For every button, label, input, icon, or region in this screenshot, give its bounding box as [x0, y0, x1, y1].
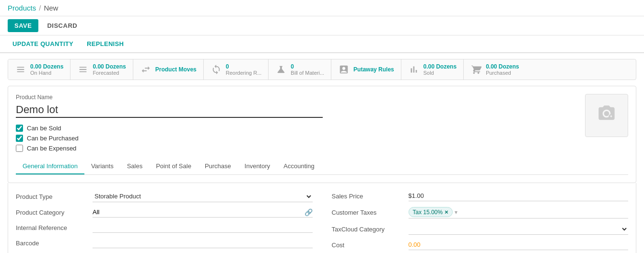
product-moves-icon — [140, 64, 152, 75]
stat-sold[interactable]: 0.00 Dozens Sold — [401, 59, 464, 80]
smart-buttons-bar: UPDATE QUANTITY REPLENISH — [0, 35, 644, 53]
sales-price-label: Sales Price — [332, 193, 404, 200]
product-name-input[interactable] — [16, 103, 323, 118]
reordering-icon — [211, 64, 222, 75]
putaway-value: Putaway Rules — [353, 66, 394, 73]
tax-tag: Tax 15.00% × — [409, 207, 453, 217]
bom-label: Bill of Materi... — [291, 70, 324, 76]
form-left-column: Product Type Storable Product Product Ca… — [16, 191, 313, 253]
can-be-sold-label: Can be Sold — [27, 125, 61, 132]
tab-inventory[interactable]: Inventory — [238, 159, 277, 174]
cost-label: Cost — [332, 242, 404, 249]
barcode-input[interactable] — [93, 238, 313, 248]
product-type-label: Product Type — [16, 193, 88, 200]
on-hand-value: 0.00 Dozens — [30, 63, 63, 70]
customer-taxes-field[interactable]: Tax 15.00% × ▾ — [409, 206, 629, 218]
stat-reordering[interactable]: 0 Reordering R... — [204, 59, 269, 80]
internal-reference-input[interactable] — [93, 222, 313, 233]
category-external-link-icon[interactable]: 🔗 — [304, 208, 313, 216]
product-name-label: Product Name — [16, 94, 628, 101]
sold-value: 0.00 Dozens — [423, 63, 457, 70]
internal-reference-label: Internal Reference — [16, 224, 88, 231]
bom-icon — [275, 64, 287, 75]
can-be-sold-checkbox[interactable] — [16, 125, 23, 132]
purchased-icon — [470, 64, 482, 75]
barcode-row: Barcode — [16, 238, 313, 248]
forecasted-label: Forecasted — [93, 70, 126, 76]
update-quantity-button[interactable]: UPDATE QUANTITY — [8, 38, 78, 49]
stat-buttons-row: 0.00 Dozens On Hand 0.00 Dozens Forecast… — [8, 59, 636, 80]
product-category-row: Product Category 🔗 — [16, 207, 313, 218]
breadcrumb-products-link[interactable]: Products — [8, 4, 36, 12]
product-category-value: 🔗 — [93, 207, 313, 218]
product-form: + Product Name Can be Sold Can be Purcha… — [8, 86, 636, 183]
tab-accounting[interactable]: Accounting — [277, 159, 321, 174]
taxcloud-category-label: TaxCloud Category — [332, 226, 404, 233]
taxes-dropdown-arrow[interactable]: ▾ — [455, 209, 457, 216]
replenish-button[interactable]: REPLENISH — [82, 38, 129, 49]
customer-taxes-row: Customer Taxes Tax 15.00% × ▾ — [332, 206, 629, 218]
checkboxes-group: Can be Sold Can be Purchased Can be Expe… — [16, 125, 628, 152]
form-right-column: Sales Price Customer Taxes Tax 15.00% × … — [332, 191, 629, 253]
product-moves-value: Product Moves — [155, 66, 197, 73]
forecasted-icon — [77, 64, 89, 75]
stat-purchased[interactable]: 0.00 Dozens Purchased — [464, 59, 526, 80]
tab-point-of-sale[interactable]: Point of Sale — [149, 159, 198, 174]
stat-putaway[interactable]: Putaway Rules — [331, 59, 401, 80]
tab-sales[interactable]: Sales — [120, 159, 150, 174]
purchased-value: 0.00 Dozens — [486, 63, 519, 70]
sales-price-row: Sales Price — [332, 191, 629, 201]
product-type-row: Product Type Storable Product — [16, 191, 313, 202]
product-type-value: Storable Product — [93, 191, 313, 202]
breadcrumb-current: New — [44, 4, 58, 12]
on-hand-icon — [15, 64, 26, 75]
taxcloud-category-row: TaxCloud Category — [332, 223, 629, 235]
taxcloud-category-select[interactable] — [409, 223, 629, 235]
bom-value: 0 — [291, 63, 324, 70]
stat-product-moves[interactable]: Product Moves — [133, 59, 204, 80]
sold-label: Sold — [423, 70, 457, 76]
can-be-expensed-row: Can be Expensed — [16, 145, 628, 152]
tab-purchase[interactable]: Purchase — [198, 159, 238, 174]
save-button[interactable]: SAVE — [8, 19, 38, 32]
stat-bom[interactable]: 0 Bill of Materi... — [269, 59, 331, 80]
main-content: 0.00 Dozens On Hand 0.00 Dozens Forecast… — [0, 59, 644, 253]
stat-on-hand[interactable]: 0.00 Dozens On Hand — [8, 59, 70, 80]
can-be-sold-row: Can be Sold — [16, 125, 628, 132]
cost-row: Cost — [332, 240, 629, 250]
barcode-label: Barcode — [16, 240, 88, 247]
tab-variants[interactable]: Variants — [84, 159, 120, 174]
tax-tag-remove[interactable]: × — [445, 208, 448, 216]
can-be-purchased-row: Can be Purchased — [16, 135, 628, 142]
putaway-icon — [338, 64, 350, 75]
can-be-expensed-label: Can be Expensed — [27, 145, 76, 152]
internal-reference-row: Internal Reference — [16, 222, 313, 233]
can-be-purchased-checkbox[interactable] — [16, 135, 23, 142]
customer-taxes-label: Customer Taxes — [332, 209, 404, 216]
forecasted-value: 0.00 Dozens — [93, 63, 126, 70]
action-bar: SAVE DISCARD — [0, 16, 644, 35]
purchased-label: Purchased — [486, 70, 519, 76]
tax-tag-value: Tax 15.00% — [413, 209, 443, 216]
product-image-upload[interactable]: + — [585, 94, 628, 137]
sold-icon — [408, 64, 420, 75]
reordering-value: 0 — [226, 63, 262, 70]
svg-text:+: + — [610, 114, 612, 119]
reordering-label: Reordering R... — [226, 70, 262, 76]
tab-general-information[interactable]: General Information — [16, 159, 84, 174]
product-category-input[interactable] — [93, 207, 303, 217]
camera-icon: + — [597, 104, 616, 127]
product-type-select[interactable]: Storable Product — [93, 191, 313, 202]
product-category-label: Product Category — [16, 209, 88, 216]
on-hand-label: On Hand — [30, 70, 63, 76]
cost-input[interactable] — [409, 240, 629, 250]
form-section: Product Type Storable Product Product Ca… — [8, 183, 636, 253]
breadcrumb-separator: / — [39, 4, 41, 12]
can-be-expensed-checkbox[interactable] — [16, 145, 23, 152]
breadcrumb: Products / New — [8, 4, 58, 12]
can-be-purchased-label: Can be Purchased — [27, 135, 79, 142]
stat-forecasted[interactable]: 0.00 Dozens Forecasted — [70, 59, 133, 80]
breadcrumb-bar: Products / New — [0, 0, 644, 16]
discard-button[interactable]: DISCARD — [42, 19, 82, 32]
sales-price-input[interactable] — [409, 191, 629, 201]
